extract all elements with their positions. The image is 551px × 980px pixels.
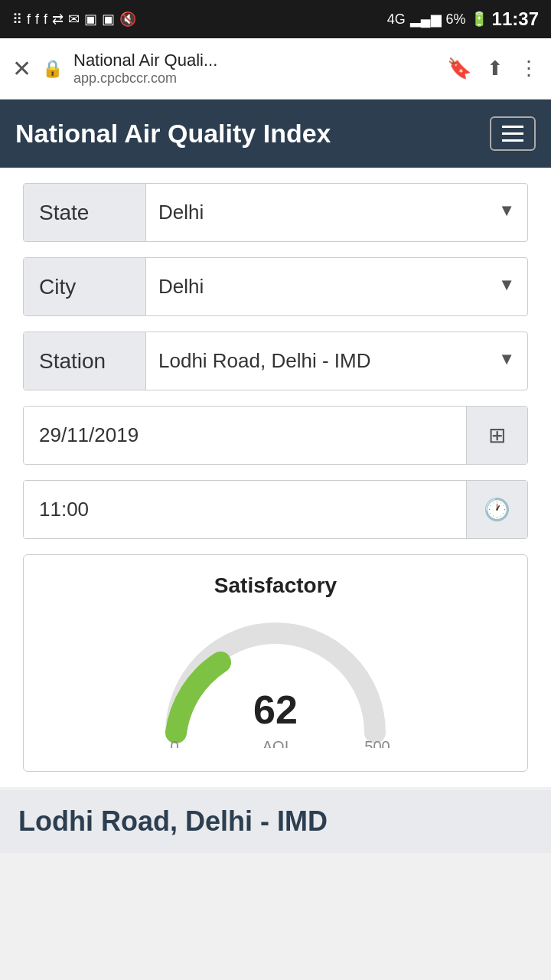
status-time: 11:37 <box>492 8 539 30</box>
city-selector-row: City Delhi ▼ <box>23 257 528 316</box>
city-label: City <box>24 258 146 315</box>
clock-icon-button[interactable]: 🕐 <box>466 481 527 538</box>
facebook-icon3: f <box>44 11 47 28</box>
clock-icon: 🕐 <box>484 497 510 522</box>
app-header: National Air Quality Index <box>0 100 551 168</box>
bookmark-icon[interactable]: 🔖 <box>447 57 471 80</box>
share-icon[interactable]: ⬆ <box>487 57 504 80</box>
browser-lock-icon: 🔒 <box>42 59 63 79</box>
amazon-icon2: ▣ <box>102 11 115 28</box>
browser-close-icon[interactable]: ✕ <box>12 55 31 82</box>
menu-line-1 <box>502 126 523 128</box>
date-input-row: ⊞ <box>23 406 528 465</box>
state-dropdown-arrow[interactable]: ▼ <box>486 184 527 241</box>
facebook-icon: f <box>27 11 31 28</box>
menu-line-2 <box>502 132 523 135</box>
svg-text:AQI: AQI <box>262 738 289 748</box>
svg-text:500: 500 <box>364 738 390 748</box>
email-icon: ✉ <box>68 11 80 28</box>
transfer-icon: ⇄ <box>52 11 64 28</box>
state-label: State <box>24 184 146 241</box>
city-dropdown-arrow[interactable]: ▼ <box>486 258 527 315</box>
station-footer-text: Lodhi Road, Delhi - IMD <box>18 805 328 837</box>
station-value: Lodhi Road, Delhi - IMD <box>146 332 486 390</box>
time-input-row: 🕐 <box>23 480 528 539</box>
notification-icon: ⠿ <box>12 11 22 28</box>
calendar-icon-button[interactable]: ⊞ <box>466 407 527 464</box>
aqi-status-label: Satisfactory <box>39 573 512 598</box>
signal-icon: ▂▄▆ <box>410 11 442 28</box>
time-input[interactable] <box>24 481 466 538</box>
battery-text: 6% <box>446 11 466 28</box>
menu-line-3 <box>502 139 523 142</box>
gauge-svg: 62 0 AQI 500 <box>153 610 398 748</box>
app-title: National Air Quality Index <box>15 119 331 149</box>
browser-url-text: app.cpcbccr.com <box>73 70 436 87</box>
status-bar-left: ⠿ f f f ⇄ ✉ ▣ ▣ 🔇 <box>12 11 136 28</box>
network-icon: 4G <box>387 11 406 28</box>
svg-text:0: 0 <box>170 738 178 748</box>
main-content: State Delhi ▼ City Delhi ▼ Station Lodhi… <box>0 168 551 787</box>
calendar-icon: ⊞ <box>488 423 506 448</box>
mute-icon: 🔇 <box>119 11 136 28</box>
facebook-icon2: f <box>35 11 39 28</box>
menu-button[interactable] <box>490 116 536 151</box>
browser-bar: ✕ 🔒 National Air Quali... app.cpcbccr.co… <box>0 38 551 100</box>
status-bar-right: 4G ▂▄▆ 6% 🔋 11:37 <box>387 8 539 30</box>
browser-url-area: National Air Quali... app.cpcbccr.com <box>73 51 436 87</box>
city-value: Delhi <box>146 258 486 315</box>
state-value: Delhi <box>146 184 486 241</box>
state-selector-row: State Delhi ▼ <box>23 183 528 242</box>
browser-page-title: National Air Quali... <box>73 51 436 70</box>
battery-icon: 🔋 <box>471 11 487 28</box>
more-icon[interactable]: ⋮ <box>519 57 539 80</box>
station-dropdown-arrow[interactable]: ▼ <box>486 332 527 390</box>
aqi-gauge: 62 0 AQI 500 <box>153 610 398 748</box>
browser-actions: 🔖 ⬆ ⋮ <box>447 57 539 80</box>
station-selector-row: Station Lodhi Road, Delhi - IMD ▼ <box>23 332 528 390</box>
station-label: Station <box>24 332 146 390</box>
amazon-icon: ▣ <box>84 11 97 28</box>
svg-text:62: 62 <box>253 688 298 732</box>
aqi-card: Satisfactory 62 0 AQI 500 <box>23 554 528 772</box>
date-input[interactable] <box>24 407 466 464</box>
status-bar: ⠿ f f f ⇄ ✉ ▣ ▣ 🔇 4G ▂▄▆ 6% 🔋 11:37 <box>0 0 551 38</box>
station-footer: Lodhi Road, Delhi - IMD <box>0 790 551 853</box>
